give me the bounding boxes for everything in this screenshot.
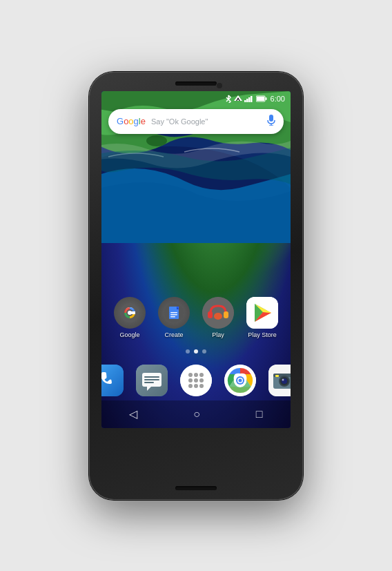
app-chrome[interactable] [224,365,256,396]
app-google[interactable]: G Google [114,297,146,338]
status-time: 6:00 [271,95,285,103]
bluetooth-icon [225,95,232,103]
mic-icon[interactable] [267,115,275,128]
svg-point-43 [194,373,198,377]
create-label: Create [164,331,183,338]
svg-rect-31 [224,311,228,318]
svg-point-44 [199,373,204,377]
svg-rect-8 [246,99,248,102]
svg-rect-63 [275,375,279,377]
app-play[interactable]: Play [202,297,234,338]
launcher-icon [180,365,212,396]
page-dot-3 [202,349,206,354]
phone-icon [101,365,124,396]
status-icons: 6:00 [225,95,285,103]
create-icon [158,297,190,329]
svg-point-32 [214,313,222,320]
app-create[interactable]: Create [158,297,190,338]
status-bar: 6:00 [101,91,291,106]
page-dot-2 [194,349,198,354]
app-phone[interactable] [101,365,124,396]
page-dots [101,349,291,354]
svg-rect-38 [144,379,159,380]
chrome-icon [224,365,256,396]
svg-rect-13 [257,97,264,101]
svg-point-47 [199,378,204,383]
svg-rect-10 [251,96,253,102]
svg-rect-37 [144,376,159,378]
svg-rect-28 [170,316,175,318]
play-label: Play [212,331,224,338]
phone-frame: 6:00 Google Say "Ok Google" [89,72,303,500]
app-playstore[interactable]: Play Store [246,297,278,338]
svg-rect-9 [248,97,251,102]
search-bar[interactable]: Google Say "Ok Google" [108,109,284,134]
speaker-top [175,81,217,86]
svg-point-62 [282,378,284,380]
messages-icon [136,365,168,396]
home-button[interactable]: ○ [193,408,200,420]
speaker-bottom [175,486,217,490]
app-row-main: G Google [101,297,291,338]
page-dot-1 [186,349,190,354]
google-icon: G [114,297,146,329]
playstore-icon [246,297,278,329]
wifi-icon [234,95,242,102]
svg-rect-21 [130,311,135,314]
svg-rect-12 [265,97,266,100]
google-logo: Google [117,116,146,126]
search-hint: Say "Ok Google" [151,117,267,126]
front-camera [217,83,222,88]
back-button[interactable]: ◁ [129,407,137,420]
app-photos[interactable] [268,365,291,396]
playstore-label: Play Store [248,331,277,338]
play-icon [202,297,234,329]
phone-screen: 6:00 Google Say "Ok Google" [101,91,291,428]
recent-button[interactable]: □ [256,408,263,420]
app-messages[interactable] [136,365,168,396]
photos-icon [268,365,291,396]
svg-point-46 [194,378,198,383]
svg-rect-30 [208,311,213,318]
dock-row [101,365,291,396]
svg-rect-39 [144,382,154,383]
svg-rect-27 [170,314,177,316]
svg-point-49 [194,384,198,388]
svg-point-45 [188,378,193,383]
svg-point-48 [188,384,193,388]
svg-point-55 [239,378,242,382]
svg-rect-14 [269,115,273,122]
signal-icon [244,95,254,102]
svg-rect-26 [170,312,177,313]
google-label: Google [119,331,139,338]
svg-point-2 [146,135,167,146]
svg-point-42 [188,373,193,377]
battery-icon [256,95,267,102]
svg-point-50 [199,384,204,388]
app-launcher[interactable] [180,365,212,396]
svg-rect-7 [244,100,246,102]
nav-bar: ◁ ○ □ [101,400,291,428]
